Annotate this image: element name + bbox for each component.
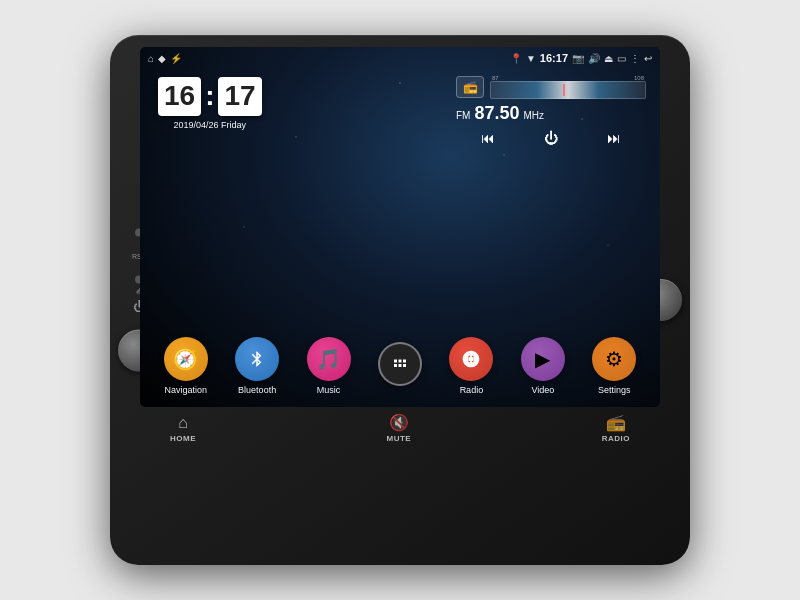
status-bar-right: 📍 ▼ 16:17 📷 🔊 ⏏ ▭ ⋮ ↩	[510, 52, 652, 64]
bluetooth-icon	[235, 337, 279, 381]
radio-bar	[490, 81, 646, 99]
radio-power-button[interactable]: ⏻	[544, 130, 558, 146]
radio-bottom-label: RADIO	[602, 434, 630, 443]
eject-icon: ⏏	[604, 53, 613, 64]
radio-frequency: 87.50	[474, 103, 519, 124]
status-bar-left: ⌂ ◆ ⚡	[148, 53, 182, 64]
charge-icon: ⚡	[170, 53, 182, 64]
apps-row: 🧭 Navigation Bluetooth 🎵 Music	[140, 337, 660, 395]
radio-top: 📻 87 108	[456, 75, 646, 99]
all-apps-icon	[378, 342, 422, 386]
screen-icon: ▭	[617, 53, 626, 64]
home-icon: ⌂	[178, 414, 188, 432]
video-label: Video	[531, 385, 554, 395]
radio-bottom-icon: 📻	[606, 413, 626, 432]
radio-controls: ⏮ ⏻ ⏭	[456, 130, 646, 146]
home-button[interactable]: ⌂ HOME	[170, 414, 196, 443]
main-screen: ⌂ ◆ ⚡ 📍 ▼ 16:17 📷 🔊 ⏏ ▭ ⋮ ↩ 16 : 17	[140, 47, 660, 407]
status-time: 16:17	[540, 52, 568, 64]
navigation-label: Navigation	[164, 385, 207, 395]
volume-icon: 🔊	[588, 53, 600, 64]
app-settings[interactable]: ⚙ Settings	[592, 337, 636, 395]
app-navigation[interactable]: 🧭 Navigation	[164, 337, 208, 395]
camera-icon: 📷	[572, 53, 584, 64]
clock-hours: 16	[158, 77, 201, 116]
video-icon: ▶	[521, 337, 565, 381]
music-label: Music	[317, 385, 341, 395]
status-bar: ⌂ ◆ ⚡ 📍 ▼ 16:17 📷 🔊 ⏏ ▭ ⋮ ↩	[140, 47, 660, 69]
location-icon: 📍	[510, 53, 522, 64]
navigation-icon: 🧭	[164, 337, 208, 381]
radio-widget: 📻 87 108 FM 87.50 MHz ⏮ ⏻ ⏭	[456, 75, 646, 146]
mute-button[interactable]: 🔇 MUTE	[387, 413, 412, 443]
clock-minutes: 17	[218, 77, 261, 116]
radio-icon: 📻	[456, 76, 484, 98]
radio-next-button[interactable]: ⏭	[607, 130, 621, 146]
app-radio[interactable]: Radio	[449, 337, 493, 395]
radio-app-label: Radio	[460, 385, 484, 395]
svg-point-0	[469, 357, 474, 362]
back-icon[interactable]: ↩	[644, 53, 652, 64]
mute-label: MUTE	[387, 434, 412, 443]
radio-prev-button[interactable]: ⏮	[481, 130, 495, 146]
home-status-icon: ⌂	[148, 53, 154, 64]
radio-app-icon	[449, 337, 493, 381]
clock-widget: 16 : 17 2019/04/26 Friday	[158, 77, 262, 130]
mute-icon: 🔇	[389, 413, 409, 432]
settings-label: Settings	[598, 385, 631, 395]
clock-date: 2019/04/26 Friday	[174, 120, 247, 130]
radio-freq-display: 87 108	[490, 75, 646, 99]
bluetooth-label: Bluetooth	[238, 385, 276, 395]
music-icon: 🎵	[307, 337, 351, 381]
signal-icon: ▼	[526, 53, 536, 64]
car-head-unit: RST 🎤 ⏻ ⌂ ◆ ⚡ 📍 ▼ 16:17 📷 🔊 ⏏ ▭ ⋮	[110, 35, 690, 565]
app-music[interactable]: 🎵 Music	[307, 337, 351, 395]
clock-colon: :	[205, 81, 214, 112]
flip-clock: 16 : 17	[158, 77, 262, 116]
settings-icon: ⚙	[592, 337, 636, 381]
app-video[interactable]: ▶ Video	[521, 337, 565, 395]
radio-band: FM	[456, 110, 470, 121]
home-label: HOME	[170, 434, 196, 443]
usb-icon: ◆	[158, 53, 166, 64]
bottom-bar: ⌂ HOME 🔇 MUTE 📻 RADIO	[140, 413, 660, 443]
radio-freq-row: FM 87.50 MHz	[456, 103, 646, 124]
app-all-apps[interactable]	[378, 342, 422, 390]
radio-bottom-button[interactable]: 📻 RADIO	[602, 413, 630, 443]
radio-unit: MHz	[524, 110, 545, 121]
app-bluetooth[interactable]: Bluetooth	[235, 337, 279, 395]
menu-icon: ⋮	[630, 53, 640, 64]
